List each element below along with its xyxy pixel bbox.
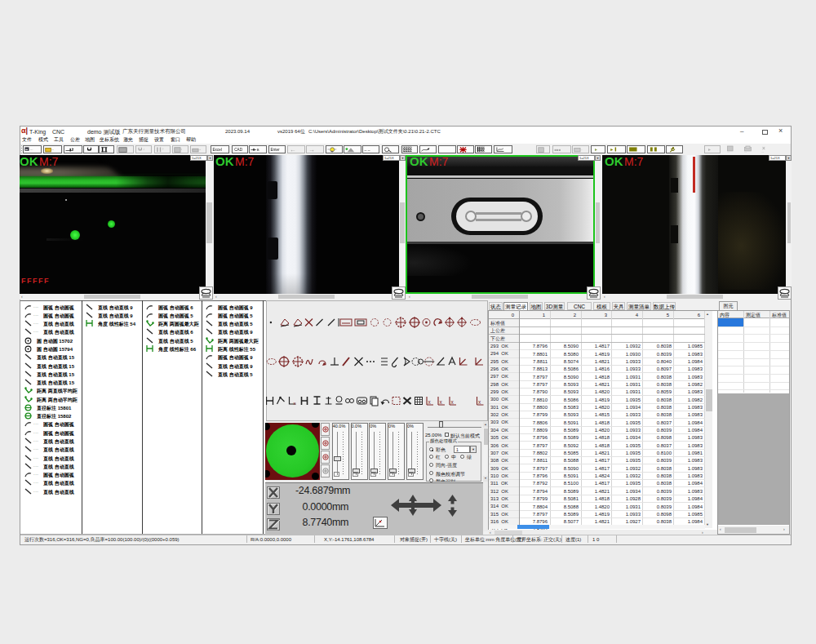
svg-text:x: x xyxy=(451,399,455,405)
svg-text:x: x xyxy=(478,399,481,405)
svg-text:x: x xyxy=(428,399,432,405)
svg-text:x: x xyxy=(294,401,296,406)
svg-text:x: x xyxy=(440,399,443,405)
